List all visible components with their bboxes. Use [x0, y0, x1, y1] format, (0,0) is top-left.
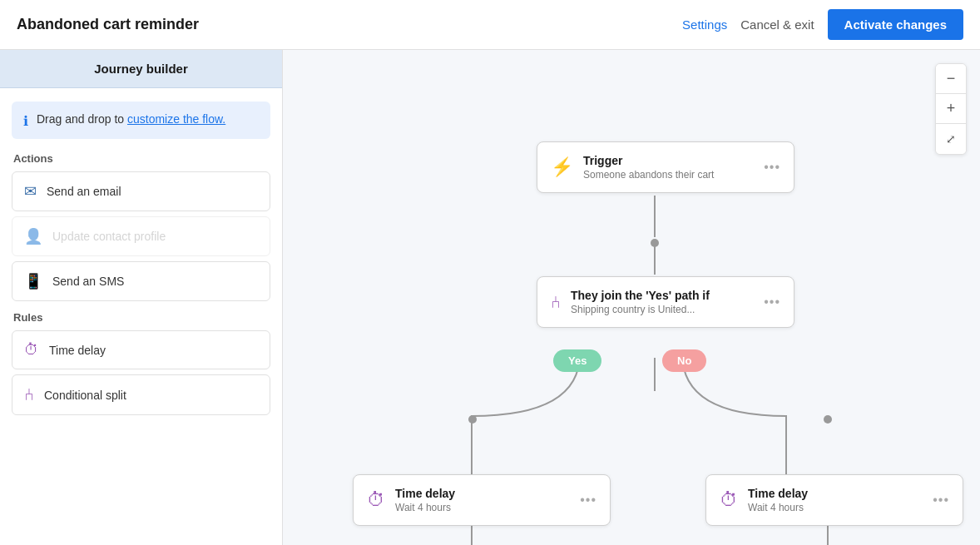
actions-label: Actions — [13, 152, 269, 165]
trigger-node[interactable]: ⚡ Trigger Someone abandons their cart ••… — [537, 141, 794, 193]
no-badge[interactable]: No — [662, 349, 706, 372]
conditional-menu[interactable]: ••• — [764, 295, 780, 310]
delay-left-content: Time delay Wait 4 hours — [395, 487, 570, 513]
send-email-label: Send an email — [47, 185, 121, 198]
settings-button[interactable]: Settings — [682, 17, 727, 32]
action-send-sms[interactable]: 📱 Send an SMS — [12, 261, 270, 301]
page-title: Abandoned cart reminder — [17, 16, 199, 33]
header: Abandoned cart reminder Settings Cancel … — [0, 0, 980, 50]
header-actions: Settings Cancel & exit Activate changes — [682, 9, 963, 40]
customize-link[interactable]: customize the flow. — [127, 112, 225, 126]
time-delay-label: Time delay — [49, 344, 106, 357]
cancel-button[interactable]: Cancel & exit — [740, 17, 814, 32]
trigger-menu[interactable]: ••• — [764, 160, 780, 175]
email-icon: ✉ — [24, 182, 37, 201]
delay-left-icon: ⏱ — [367, 489, 385, 511]
send-sms-label: Send an SMS — [52, 275, 124, 288]
sidebar-title: Journey builder — [0, 50, 282, 88]
action-send-email[interactable]: ✉ Send an email — [12, 171, 270, 211]
conditional-subtitle: Shipping country is United... — [571, 304, 754, 315]
connector-dot-yes — [468, 415, 477, 424]
activate-button[interactable]: Activate changes — [828, 9, 963, 40]
info-icon: ℹ — [23, 113, 28, 129]
connector-dot-no — [824, 415, 832, 424]
zoom-in-button[interactable]: + — [936, 94, 966, 124]
trigger-icon: ⚡ — [551, 156, 573, 178]
conditional-title: They join the 'Yes' path if — [571, 289, 754, 302]
split-icon: ⑃ — [24, 385, 34, 404]
action-update-contact: 👤 Update contact profile — [12, 216, 270, 256]
info-box: ℹ Drag and drop to customize the flow. — [12, 102, 270, 139]
delay-icon: ⏱ — [24, 341, 39, 359]
sidebar: Journey builder ℹ Drag and drop to custo… — [0, 50, 283, 545]
delay-left-subtitle: Wait 4 hours — [395, 502, 570, 513]
zoom-out-button[interactable]: − — [936, 64, 966, 94]
delay-right-icon: ⏱ — [720, 489, 738, 511]
conditional-split-label: Conditional split — [44, 389, 126, 402]
delay-left-title: Time delay — [395, 487, 570, 500]
fit-button[interactable]: ⤢ — [936, 124, 966, 154]
action-time-delay[interactable]: ⏱ Time delay — [12, 330, 270, 369]
trigger-subtitle: Someone abandons their cart — [583, 169, 754, 181]
trigger-content: Trigger Someone abandons their cart — [583, 154, 754, 181]
update-contact-label: Update contact profile — [52, 230, 166, 243]
delay-left-menu[interactable]: ••• — [580, 493, 596, 508]
delay-right-subtitle: Wait 4 hours — [748, 502, 923, 513]
rules-label: Rules — [13, 311, 269, 324]
delay-left-node[interactable]: ⏱ Time delay Wait 4 hours ••• — [353, 474, 611, 526]
delay-right-node[interactable]: ⏱ Time delay Wait 4 hours ••• — [705, 474, 963, 526]
conditional-icon: ⑃ — [551, 293, 561, 312]
yes-badge[interactable]: Yes — [553, 349, 601, 372]
main-layout: Journey builder ℹ Drag and drop to custo… — [0, 50, 980, 545]
delay-right-menu[interactable]: ••• — [933, 493, 949, 508]
connector-dot-1 — [651, 239, 659, 247]
info-text: Drag and drop to customize the flow. — [37, 111, 225, 128]
action-conditional-split[interactable]: ⑃ Conditional split — [12, 374, 270, 415]
conditional-node[interactable]: ⑃ They join the 'Yes' path if Shipping c… — [537, 276, 794, 328]
delay-right-content: Time delay Wait 4 hours — [748, 487, 923, 513]
zoom-controls: − + ⤢ — [935, 63, 967, 155]
contact-icon: 👤 — [24, 227, 42, 245]
canvas: ⚡ Trigger Someone abandons their cart ••… — [283, 50, 980, 545]
delay-right-title: Time delay — [748, 487, 923, 500]
trigger-title: Trigger — [583, 154, 754, 167]
conditional-content: They join the 'Yes' path if Shipping cou… — [571, 289, 754, 315]
sms-icon: 📱 — [24, 272, 42, 290]
